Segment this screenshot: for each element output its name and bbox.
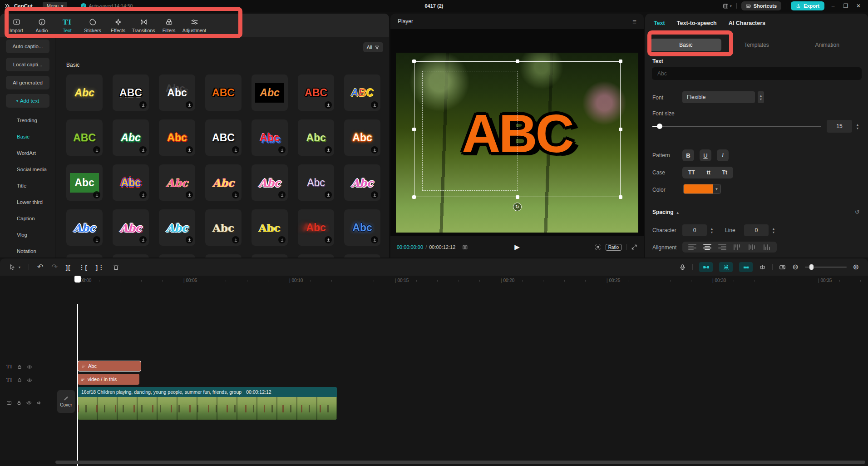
text-style-tile[interactable]: ABC [205, 74, 242, 111]
text-style-tile[interactable]: Abc [66, 209, 103, 246]
text-style-tile[interactable]: ABC [344, 74, 380, 111]
text-style-tile[interactable]: Abc [252, 119, 288, 156]
font-dropdown[interactable]: Flexible [682, 91, 755, 103]
text-style-tile[interactable]: Abc [298, 164, 334, 201]
subtab-templates[interactable]: Templates [721, 39, 792, 51]
color-picker[interactable]: ▼ [683, 184, 721, 194]
sidebar-item-trending[interactable]: Trending [0, 112, 55, 129]
align-middle-button[interactable] [748, 244, 756, 250]
text-style-tile[interactable]: Abc [205, 164, 242, 201]
font-size-slider[interactable] [652, 126, 821, 127]
text-content-input[interactable] [652, 67, 862, 80]
resize-handle[interactable] [619, 128, 622, 131]
text-style-tile[interactable] [252, 254, 288, 258]
text-style-tile[interactable]: ABC [205, 119, 242, 156]
uppercase-button[interactable]: TT [688, 169, 695, 176]
subtab-animation[interactable]: Animation [792, 39, 863, 51]
sidebar-item-caption[interactable]: Caption [0, 210, 55, 227]
close-button[interactable]: ✕ [854, 3, 863, 9]
toolbar-item-adjustment[interactable]: Adjustment [183, 18, 205, 33]
zoom-in-icon[interactable]: ⊕ [853, 263, 859, 271]
sidebar-item-lower-third[interactable]: Lower third [0, 194, 55, 210]
font-size-slider-thumb[interactable] [657, 124, 662, 129]
text-style-tile[interactable]: Abc [252, 164, 288, 201]
resize-handle[interactable] [412, 128, 416, 131]
text-style-tile[interactable] [66, 254, 103, 258]
frame-view-icon[interactable] [462, 244, 468, 250]
text-style-tile[interactable]: ABC [298, 74, 334, 111]
text-style-tile[interactable]: Abc [298, 209, 334, 246]
text-clip[interactable]: video / in this [78, 374, 139, 385]
line-spacing-stepper[interactable]: ▲▼ [770, 224, 777, 236]
resize-handle[interactable] [619, 195, 622, 199]
sidebar-item-notation[interactable]: Notation [0, 243, 55, 259]
capitalize-button[interactable]: Tt [722, 169, 727, 176]
sidebar-item-local-capti[interactable]: Local capti... [6, 58, 49, 71]
text-style-tile[interactable]: ABC [113, 74, 149, 111]
split-preview-icon[interactable] [759, 264, 766, 271]
tab-ai-characters[interactable]: AI Characters [729, 20, 765, 26]
text-style-tile[interactable]: Abc [159, 209, 195, 246]
character-spacing-value[interactable]: 0 [682, 224, 707, 236]
align-bottom-button[interactable] [763, 244, 771, 250]
redo-icon[interactable]: ↷ [51, 263, 57, 271]
text-style-tile[interactable]: Abc [66, 74, 103, 111]
video-clip[interactable]: 16of18 Children playing, dancing, young … [78, 387, 337, 420]
text-style-tile[interactable]: Abc [252, 74, 288, 111]
lock-icon[interactable] [16, 400, 22, 406]
text-style-tile[interactable]: Abc [113, 209, 149, 246]
split-keep-left-icon[interactable]: ⋮[ [79, 264, 88, 271]
sidebar-item-vlog[interactable]: Vlog [0, 227, 55, 243]
cover-button[interactable]: Cover [57, 390, 75, 413]
line-spacing-value[interactable]: 0 [744, 224, 769, 236]
lowercase-button[interactable]: tt [707, 169, 710, 176]
text-style-tile[interactable]: Abc [159, 164, 195, 201]
maximize-button[interactable]: ❐ [842, 3, 850, 9]
timeline-ruler[interactable]: 00:0000:0500:1000:1500:2000:2500:3000:35 [0, 276, 868, 287]
sidebar-item-add-text[interactable]: ▾Add text [6, 94, 49, 108]
chevron-down-icon[interactable]: ▼ [713, 184, 720, 193]
reset-icon[interactable]: ↺ [855, 209, 860, 215]
text-style-tile[interactable]: ABC [66, 119, 103, 156]
undo-icon[interactable]: ↶ [37, 263, 43, 271]
split-icon[interactable]: ][ [66, 264, 71, 271]
text-style-tile[interactable]: Abc [344, 164, 380, 201]
text-style-tile[interactable]: Abc [344, 209, 380, 246]
preview-frame-icon[interactable] [779, 264, 786, 271]
align-top-button[interactable] [733, 244, 741, 250]
select-tool-icon[interactable] [9, 264, 16, 271]
timeline-zoom-thumb[interactable] [809, 264, 814, 270]
preview-quality-icon[interactable] [595, 244, 601, 250]
link-clips-toggle[interactable] [739, 262, 753, 272]
bold-button[interactable]: B [682, 149, 694, 161]
toolbar-item-filters[interactable]: Filters [158, 18, 180, 33]
text-style-tile[interactable] [159, 254, 195, 258]
align-right-button[interactable] [718, 244, 726, 250]
magnetic-snap-toggle[interactable] [699, 262, 713, 272]
resize-handle[interactable] [619, 59, 622, 63]
font-stepper[interactable]: ▲▼ [758, 91, 764, 103]
menu-button[interactable]: Menu▾ [43, 2, 68, 10]
eye-icon[interactable] [26, 400, 32, 406]
resize-handle[interactable] [516, 195, 519, 199]
toolbar-item-stickers[interactable]: Stickers [82, 18, 104, 33]
horizontal-scrollbar[interactable] [55, 461, 865, 464]
character-spacing-stepper[interactable]: ▲▼ [709, 224, 715, 236]
text-style-tile[interactable]: Abc [113, 164, 149, 201]
resize-handle[interactable] [412, 195, 416, 199]
text-style-tile[interactable] [344, 254, 380, 258]
sidebar-item-basic[interactable]: Basic [0, 129, 55, 145]
text-style-tile[interactable] [113, 254, 149, 258]
text-style-tile[interactable] [205, 254, 242, 258]
sidebar-item-auto-captio[interactable]: Auto captio... [6, 40, 49, 53]
toolbar-item-audio[interactable]: Audio [31, 18, 53, 33]
lock-icon[interactable] [17, 377, 22, 383]
tab-text-to-speech[interactable]: Text-to-speech [677, 20, 717, 26]
font-size-value[interactable]: 15 [827, 120, 852, 133]
lock-icon[interactable] [17, 364, 22, 370]
auto-splice-toggle[interactable] [719, 262, 733, 272]
align-left-button[interactable] [688, 244, 696, 250]
speaker-icon[interactable] [36, 400, 42, 406]
ratio-button[interactable]: Ratio [606, 244, 621, 251]
chevron-down-icon[interactable]: ▾ [19, 265, 20, 269]
